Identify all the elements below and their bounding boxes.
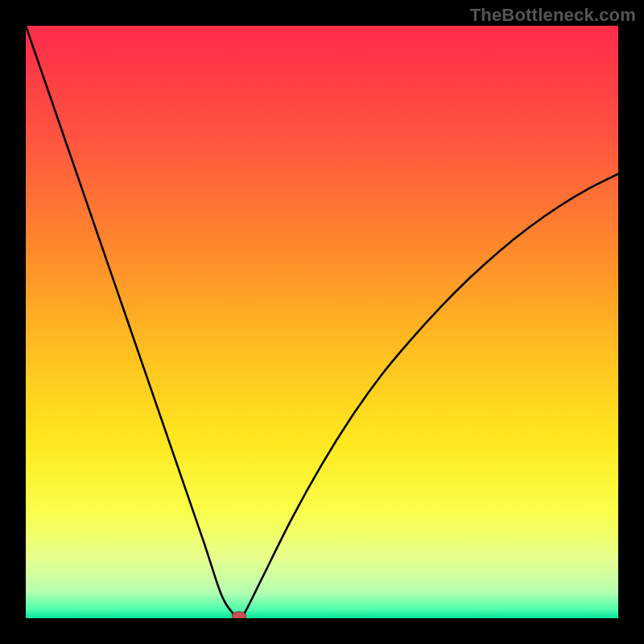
- optimal-marker: [232, 612, 246, 618]
- gradient-background: [26, 26, 618, 618]
- plot-area: [26, 26, 618, 618]
- chart-svg: [26, 26, 618, 618]
- watermark-text: TheBottleneck.com: [470, 5, 636, 26]
- chart-frame: TheBottleneck.com: [0, 0, 644, 644]
